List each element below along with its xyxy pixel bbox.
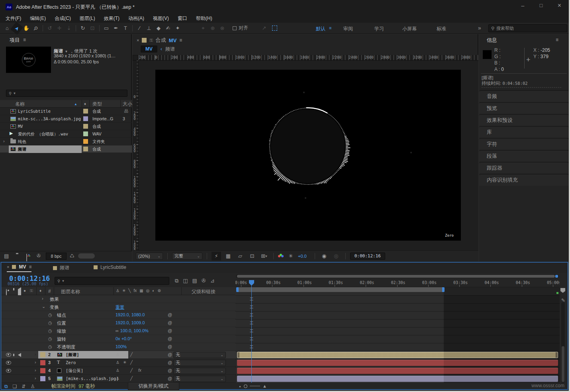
- mask-feather-icon[interactable]: ↗: [259, 24, 269, 33]
- rectangle-tool-icon[interactable]: ▭: [102, 24, 111, 33]
- switch-col-icon-6[interactable]: ◐: [152, 288, 155, 293]
- column-type[interactable]: 类型: [92, 101, 102, 108]
- tl-toggle-icon-0[interactable]: ⧉: [175, 278, 178, 284]
- pick-whip-icon[interactable]: @: [168, 336, 172, 341]
- live-update-icon[interactable]: ❏: [13, 384, 17, 389]
- magnification-dropdown[interactable]: (20%)⌄: [136, 253, 163, 260]
- selected-item-name[interactable]: 频谱: [54, 49, 63, 53]
- layer-expander-icon[interactable]: ›: [35, 368, 36, 372]
- eye-toggle[interactable]: [6, 369, 11, 372]
- shy-switch[interactable]: ♙: [116, 352, 119, 357]
- switch-col-icon-7[interactable]: ⊛: [157, 288, 161, 293]
- workspace-menu-icon[interactable]: ≡: [329, 25, 331, 30]
- project-panel-menu-icon[interactable]: ≡: [23, 37, 26, 43]
- stopwatch-icon[interactable]: ◷: [48, 320, 52, 325]
- number-column[interactable]: #: [48, 288, 51, 294]
- viewer-timecode[interactable]: 0:00:12:16: [350, 253, 385, 260]
- layer-row-2[interactable]: ›2[频谱]♙╱@无⌄: [1, 351, 236, 359]
- brush-tool-icon[interactable]: ∕: [135, 24, 144, 33]
- pick-whip-icon[interactable]: @: [168, 376, 172, 381]
- orbit-camera-tool-icon[interactable]: ↺: [45, 24, 55, 33]
- value-text[interactable]: 1920.0, 1009.0: [116, 320, 145, 325]
- property-row-位置[interactable]: ◷位置1920.0, 1009.0@: [1, 319, 236, 327]
- resolution-dropdown[interactable]: 完整⌄: [172, 253, 202, 260]
- pick-whip-icon[interactable]: @: [168, 320, 172, 325]
- timeline-h-scrollbar[interactable]: [236, 274, 559, 278]
- property-row-锚点[interactable]: ◷锚点1920.0, 1080.0@: [1, 311, 236, 319]
- fx-switch[interactable]: fx: [138, 368, 141, 372]
- property-value[interactable]: 重置: [116, 304, 124, 310]
- property-value[interactable]: 0x +0.0°: [116, 336, 132, 341]
- dolly-camera-tool-icon[interactable]: ⇣: [64, 24, 74, 33]
- workspace-tab-2[interactable]: 学习: [374, 25, 384, 32]
- eye-toggle[interactable]: [6, 361, 11, 365]
- panel-tab-7[interactable]: 内容识别填充: [479, 174, 569, 186]
- parent-dropdown[interactable]: 无⌄: [173, 376, 226, 382]
- time-ruler[interactable]: 0:00s00:30s01:00s01:30s02:00s02:30s03:00…: [235, 279, 560, 287]
- minimize-button[interactable]: –: [514, 2, 532, 9]
- panel-tab-2[interactable]: 效果和预设: [479, 114, 569, 126]
- guides-options-icon[interactable]: ⊞▾: [259, 252, 269, 261]
- layer-name[interactable]: [mike-s...splash.jpg]: [66, 376, 119, 381]
- menu-item-2[interactable]: 合成(C): [55, 15, 71, 22]
- value-text[interactable]: 重置: [116, 304, 124, 310]
- menu-item-1[interactable]: 编辑(E): [30, 15, 46, 22]
- property-name[interactable]: 不透明度: [57, 344, 75, 350]
- menu-item-4[interactable]: 效果(T): [104, 15, 119, 22]
- show-snapshot-icon[interactable]: ◎: [331, 252, 341, 261]
- label-color-swatch[interactable]: [83, 139, 88, 144]
- transparency-grid-icon[interactable]: ▦: [223, 252, 233, 261]
- label-column-icon[interactable]: ♦: [39, 288, 41, 293]
- layer-expander-icon[interactable]: ›: [35, 376, 36, 380]
- menu-item-5[interactable]: 动画(A): [128, 15, 144, 22]
- tl-toggle-icon-2[interactable]: ▤: [192, 278, 197, 284]
- layer-row-3[interactable]: ›3TZero♙✳╱@无⌄: [1, 359, 236, 367]
- layer-bar-4[interactable]: [237, 368, 558, 374]
- playhead-line[interactable]: [251, 281, 252, 383]
- clone-stamp-tool-icon[interactable]: ⊥: [144, 24, 154, 33]
- layer-bar-3[interactable]: [237, 360, 558, 366]
- layer-bar-2[interactable]: [237, 352, 558, 358]
- property-value[interactable]: ∞100.0, 100.0%: [116, 328, 149, 333]
- toggle-switches-button[interactable]: 切换开关/模式: [128, 382, 179, 390]
- composition-tab[interactable]: × ⚿ 合成 MV ≡: [137, 37, 182, 44]
- pick-whip-icon[interactable]: @: [168, 328, 172, 333]
- layer-label-swatch[interactable]: [40, 368, 45, 373]
- layer-name[interactable]: [频谱]: [66, 352, 79, 358]
- layer-bar-5[interactable]: [237, 376, 558, 382]
- lock-icon[interactable]: ⚿: [149, 38, 153, 43]
- layer-label-swatch[interactable]: [40, 376, 45, 381]
- property-row-效果[interactable]: ›效果: [1, 295, 236, 303]
- comp-label-swatch[interactable]: [142, 38, 147, 43]
- label-color-swatch[interactable]: [83, 147, 88, 151]
- value-text[interactable]: 100%: [116, 344, 127, 349]
- exposure-value[interactable]: +0.0: [298, 254, 307, 259]
- timeline-v-scrollbar[interactable]: [561, 302, 565, 383]
- switch-col-icon-2[interactable]: ╲: [128, 288, 131, 293]
- zoom-slider-track[interactable]: [250, 386, 260, 386]
- value-text[interactable]: 0x +0.0°: [116, 336, 132, 341]
- pick-whip-icon[interactable]: @: [168, 312, 172, 317]
- project-row-2[interactable]: MV合成: [0, 123, 132, 130]
- pick-whip-icon[interactable]: @: [168, 352, 172, 357]
- expand-transform-icon[interactable]: ⧉: [4, 384, 8, 389]
- quality-switch[interactable]: ╱: [130, 352, 133, 357]
- new-composition-icon[interactable]: [26, 254, 27, 261]
- parent-dropdown[interactable]: 无⌄: [173, 368, 226, 374]
- panel-tab-4[interactable]: 字符: [479, 138, 569, 150]
- snapshot-icon[interactable]: ◉: [319, 252, 329, 261]
- layer-row-5[interactable]: ›5[mike-s...splash.jpg]♙╱@无⌄: [1, 375, 236, 383]
- workspace-tab-0[interactable]: 默认: [316, 25, 325, 32]
- property-row-不透明度[interactable]: ◷不透明度100%@: [1, 343, 236, 351]
- eye-toggle[interactable]: [6, 353, 11, 357]
- parent-link-column[interactable]: 父级和链接: [192, 288, 215, 295]
- switch-col-icon-5[interactable]: ◎: [146, 288, 150, 293]
- stopwatch-icon[interactable]: ◷: [48, 344, 52, 349]
- panel-tab-0[interactable]: 音频: [479, 90, 569, 102]
- timeline-tab-spectrum[interactable]: 频谱: [53, 265, 69, 271]
- draft-icon[interactable]: ⇵: [22, 384, 25, 389]
- property-row-变换[interactable]: ⌄变换重置: [1, 303, 236, 311]
- project-row-3[interactable]: ▶爱的代价 （合唱版）.wavWAV: [0, 130, 132, 138]
- pick-whip-icon[interactable]: @: [168, 344, 172, 349]
- viewer-area[interactable]: Zero: [139, 61, 478, 250]
